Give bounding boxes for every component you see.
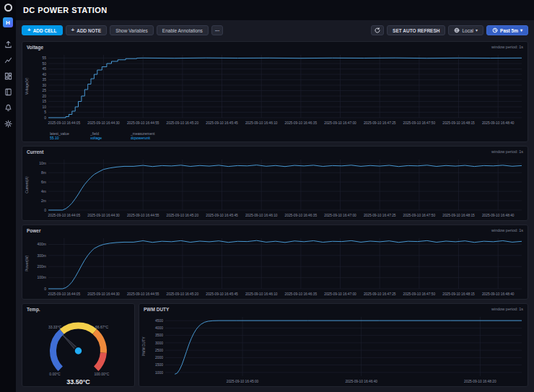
temp-gauge: 0.00°C33.33°C66.67°C100.00°C33.50°C bbox=[22, 313, 134, 386]
enable-annotations-label: Enable Annotations bbox=[162, 28, 203, 33]
svg-text:2025-09-10 16:44:55: 2025-09-10 16:44:55 bbox=[127, 292, 159, 296]
svg-text:2025-09-10 16:48:15: 2025-09-10 16:48:15 bbox=[442, 214, 475, 217]
svg-text:2025-09-10 16:47:50: 2025-09-10 16:47:50 bbox=[403, 121, 436, 125]
svg-text:35: 35 bbox=[42, 77, 46, 82]
current-cell-title: Current bbox=[27, 149, 43, 154]
voltage-chart[interactable]: 05101520253035404550552025-09-10 16:44:0… bbox=[22, 52, 528, 127]
ellipsis-icon: ··· bbox=[215, 28, 220, 33]
pwm-duty-cell: PWM DUTY window period: 1s 1000150020002… bbox=[139, 303, 528, 387]
svg-text:66.67°C: 66.67°C bbox=[95, 325, 109, 329]
svg-text:100.00°C: 100.00°C bbox=[95, 372, 110, 376]
timezone-label: Local bbox=[462, 28, 473, 33]
svg-text:2025-09-10 16:45:00: 2025-09-10 16:45:00 bbox=[227, 380, 259, 383]
svg-text:2025-09-10 16:47:25: 2025-09-10 16:47:25 bbox=[364, 292, 396, 296]
svg-text:25: 25 bbox=[42, 88, 46, 92]
plus-icon: + bbox=[71, 27, 75, 33]
svg-text:2025-09-10 16:47:25: 2025-09-10 16:47:25 bbox=[364, 214, 396, 217]
refresh-button[interactable] bbox=[371, 25, 384, 35]
sidebar: H bbox=[0, 0, 16, 392]
add-cell-button[interactable]: + ADD CELL bbox=[22, 25, 63, 35]
svg-text:2025-09-10 16:46:10: 2025-09-10 16:46:10 bbox=[245, 121, 278, 125]
voltage-cell-title: Voltage bbox=[27, 45, 43, 50]
legend-item: 55.10 bbox=[50, 136, 90, 140]
svg-text:2025-09-10 16:46:35: 2025-09-10 16:46:35 bbox=[285, 121, 318, 125]
plus-icon: + bbox=[27, 27, 31, 33]
window-period-label: window period: 1s bbox=[491, 45, 523, 49]
more-options-button[interactable]: ··· bbox=[211, 25, 224, 35]
svg-text:0: 0 bbox=[44, 116, 46, 120]
svg-text:10m: 10m bbox=[39, 161, 46, 165]
sidebar-item-load-data[interactable] bbox=[1, 38, 14, 51]
time-range-dropdown[interactable]: Past 5m ▾ bbox=[486, 25, 528, 35]
svg-text:2025-09-10 16:45:45: 2025-09-10 16:45:45 bbox=[206, 292, 238, 296]
svg-text:200m: 200m bbox=[37, 264, 46, 269]
svg-text:33.50°C: 33.50°C bbox=[66, 378, 90, 386]
svg-text:0: 0 bbox=[44, 208, 46, 212]
svg-text:PWM DUTY: PWM DUTY bbox=[141, 336, 146, 357]
power-cell-title: Power bbox=[27, 228, 41, 233]
svg-text:2025-09-10 16:44:55: 2025-09-10 16:44:55 bbox=[127, 121, 159, 125]
svg-text:2025-09-10 16:47:50: 2025-09-10 16:47:50 bbox=[403, 214, 436, 217]
power-cell-header[interactable]: Power window period: 1s bbox=[22, 225, 528, 235]
svg-text:2025-09-10 16:46:10: 2025-09-10 16:46:10 bbox=[245, 214, 278, 217]
svg-text:40: 40 bbox=[42, 72, 46, 77]
svg-text:2025-09-10 16:46:35: 2025-09-10 16:46:35 bbox=[285, 292, 318, 296]
influxdb-logo-icon[interactable] bbox=[4, 4, 12, 12]
temp-cell: Temp. 0.00°C33.33°C66.67°C100.00°C33.50°… bbox=[22, 303, 135, 387]
voltage-cell-header[interactable]: Voltage window period: 1s bbox=[22, 42, 528, 52]
svg-text:50: 50 bbox=[42, 61, 46, 66]
current-chart[interactable]: 02m4m6m8m10m2025-09-10 16:44:052025-09-1… bbox=[22, 157, 528, 219]
voltage-legend: latest_value_field_measurement 55.10volt… bbox=[50, 131, 171, 140]
svg-text:400m: 400m bbox=[37, 242, 46, 246]
legend-item: dcpowerunit bbox=[131, 136, 171, 140]
dashboards-icon bbox=[4, 72, 12, 80]
timezone-dropdown[interactable]: Local ▾ bbox=[448, 25, 483, 35]
show-variables-button[interactable]: Show Variables bbox=[110, 25, 154, 35]
page-title: DC POWER STATION bbox=[23, 6, 108, 14]
sidebar-item-data-explorer[interactable] bbox=[1, 53, 14, 66]
svg-text:0: 0 bbox=[44, 287, 46, 291]
svg-text:2025-09-10 16:47:00: 2025-09-10 16:47:00 bbox=[324, 214, 356, 217]
temp-cell-title: Temp. bbox=[27, 307, 40, 312]
sidebar-item-notebooks[interactable] bbox=[1, 85, 14, 98]
current-cell-header[interactable]: Current window period: 1s bbox=[22, 147, 528, 157]
sidebar-item-alerts[interactable] bbox=[1, 101, 14, 114]
svg-text:55: 55 bbox=[42, 56, 46, 60]
window-period-label: window period: 1s bbox=[491, 149, 523, 154]
add-note-button[interactable]: + ADD NOTE bbox=[66, 25, 108, 35]
add-note-label: ADD NOTE bbox=[76, 28, 101, 33]
svg-text:33.33°C: 33.33°C bbox=[48, 325, 62, 329]
svg-text:2025-09-10 16:47:25: 2025-09-10 16:47:25 bbox=[364, 121, 396, 125]
page-header: DC POWER STATION bbox=[16, 0, 534, 20]
svg-text:1000: 1000 bbox=[155, 370, 163, 375]
enable-annotations-button[interactable]: Enable Annotations bbox=[157, 25, 209, 35]
toolbar-right-group: SET AUTO REFRESH Local ▾ Past 5m ▾ bbox=[371, 25, 528, 35]
svg-text:Current(A): Current(A) bbox=[25, 176, 29, 193]
chevron-down-icon: ▾ bbox=[476, 28, 478, 32]
set-auto-refresh-button[interactable]: SET AUTO REFRESH bbox=[387, 25, 445, 35]
refresh-icon bbox=[375, 27, 380, 33]
svg-text:2025-09-10 16:44:05: 2025-09-10 16:44:05 bbox=[48, 292, 81, 296]
svg-text:2025-09-10 16:45:20: 2025-09-10 16:45:20 bbox=[167, 292, 199, 296]
svg-text:2025-09-10 16:45:20: 2025-09-10 16:45:20 bbox=[167, 214, 199, 217]
svg-text:Power(W): Power(W) bbox=[25, 256, 29, 272]
gear-icon bbox=[4, 120, 12, 128]
power-chart[interactable]: 0100m200m300m400m2025-09-10 16:44:052025… bbox=[22, 235, 528, 298]
svg-text:2025-09-10 16:45:45: 2025-09-10 16:45:45 bbox=[206, 214, 238, 217]
svg-text:2025-09-10 16:48:15: 2025-09-10 16:48:15 bbox=[442, 121, 475, 125]
svg-text:0.00°C: 0.00°C bbox=[49, 372, 61, 376]
svg-text:5: 5 bbox=[44, 110, 46, 114]
svg-text:4m: 4m bbox=[41, 189, 46, 193]
bell-icon bbox=[4, 104, 12, 112]
org-avatar[interactable]: H bbox=[3, 17, 13, 27]
svg-text:45: 45 bbox=[42, 66, 46, 71]
svg-text:2025-09-10 16:48:40: 2025-09-10 16:48:40 bbox=[482, 214, 515, 217]
sidebar-item-dashboards[interactable] bbox=[1, 69, 14, 82]
pwm-duty-cell-header[interactable]: PWM DUTY window period: 1s bbox=[139, 304, 528, 314]
svg-text:2025-09-10 16:48:15: 2025-09-10 16:48:15 bbox=[442, 292, 475, 296]
svg-text:8m: 8m bbox=[41, 170, 46, 175]
sidebar-item-settings[interactable] bbox=[1, 117, 14, 130]
svg-text:30: 30 bbox=[42, 83, 46, 87]
svg-text:4500: 4500 bbox=[155, 318, 163, 323]
pwm-duty-chart[interactable]: 100015002000250030003500400045002025-09-… bbox=[139, 314, 528, 386]
